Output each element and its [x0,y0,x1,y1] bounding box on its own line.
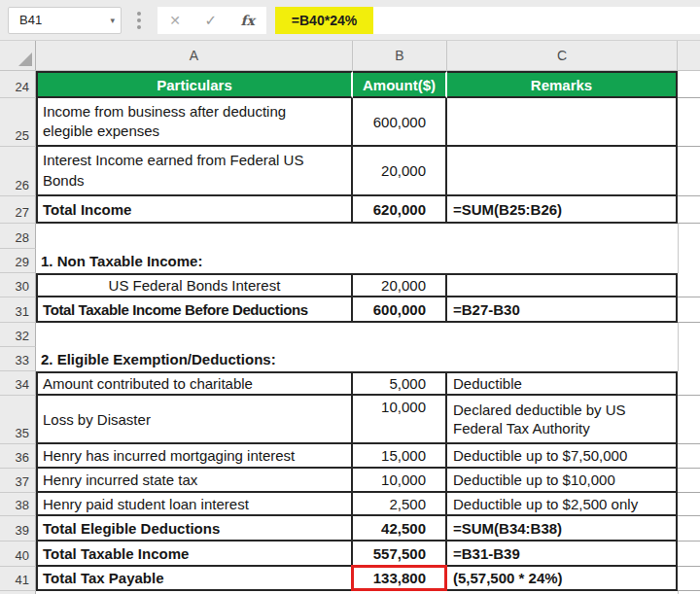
cell-c35[interactable]: Declared deductible by US Federal Tax Au… [447,396,678,444]
cell-b31[interactable]: 600,000 [353,297,447,323]
cell-c25[interactable] [447,98,678,147]
table-row: 39 Total Elegible Deductions 42,500 =SUM… [0,516,700,542]
cell-b37[interactable]: 10,000 [353,469,447,493]
cell-b38[interactable]: 2,500 [353,493,447,516]
cell-a40[interactable]: Total Taxable Income [36,542,353,567]
column-header-d-partial[interactable] [678,41,700,70]
cell-a36[interactable]: Henry has incurred mortgaging interest [36,444,353,469]
cell-a38[interactable]: Henry paid student loan interest [36,493,353,516]
cell-d39[interactable] [678,516,700,542]
cell-a35[interactable]: Loss by Disaster [36,396,353,444]
cell-c28[interactable] [447,224,678,249]
cell-d26[interactable] [678,147,700,196]
cell-d41[interactable] [678,567,700,591]
cell-b27[interactable]: 620,000 [353,196,447,224]
cell-a24[interactable]: Particulars [36,71,353,98]
cell-a32[interactable] [36,323,353,347]
row-header-31[interactable]: 31 [0,297,36,323]
chevron-down-icon[interactable]: ▾ [110,16,115,25]
row-header-26[interactable]: 26 [0,147,36,196]
cell-c38[interactable]: Deductible up to $2,500 only [447,493,678,516]
cell-d24[interactable] [678,71,700,98]
name-box[interactable]: B41 ▾ [8,7,122,34]
row-header-29[interactable]: 29 [0,249,36,273]
cell-b32[interactable] [353,323,447,347]
cell-b36[interactable]: 15,000 [353,444,447,469]
row-header-30[interactable]: 30 [0,273,36,297]
cell-c41[interactable]: (5,57,500 * 24%) [447,567,678,591]
cell-c37[interactable]: Deductible up to $10,000 [447,469,678,493]
cell-b26[interactable]: 20,000 [353,147,447,196]
formula-bar: B41 ▾ ✕ ✓ fx =B40*24% [0,0,700,41]
cell-c31[interactable]: =B27-B30 [447,297,678,323]
cell-b41[interactable]: 133,800 [353,567,447,591]
cell-a29[interactable]: 1. Non Taxable Income: [36,249,678,273]
row-header-34[interactable]: 34 [0,371,36,396]
cell-d28[interactable] [678,224,700,249]
row-header-37[interactable]: 37 [0,469,36,493]
column-header-c[interactable]: C [447,41,678,70]
cell-d30[interactable] [678,273,700,297]
cell-a28[interactable] [36,224,353,249]
cell-b28[interactable] [353,224,447,249]
cell-c32[interactable] [447,323,678,347]
cell-b24[interactable]: Amount($) [353,71,447,98]
cell-c36[interactable]: Deductible up to $7,50,000 [447,444,678,469]
row-header-40[interactable]: 40 [0,542,36,567]
cell-c27[interactable]: =SUM(B25:B26) [447,196,678,224]
cell-c24[interactable]: Remarks [447,71,678,98]
cell-a27[interactable]: Total Income [36,196,353,224]
table-row: 29 1. Non Taxable Income: [0,249,700,273]
column-header-a[interactable]: A [36,41,353,70]
cell-b39[interactable]: 42,500 [353,516,447,542]
cell-a33[interactable]: 2. Eligible Exemption/Deductions: [36,347,678,371]
cell-b25[interactable]: 600,000 [353,98,447,147]
cell-d25[interactable] [678,98,700,147]
enter-icon[interactable]: ✓ [204,12,217,29]
cell-d29[interactable] [678,249,700,273]
insert-function-icon[interactable]: fx [240,13,254,28]
row-header-32[interactable]: 32 [0,323,36,347]
cell-a34[interactable]: Amount contributed to charitable [36,371,353,396]
row-header-41[interactable]: 41 [0,567,36,591]
cell-c26[interactable] [447,147,678,196]
cell-b35[interactable]: 10,000 [353,396,447,444]
cell-d32[interactable] [678,323,700,347]
cell-a26[interactable]: Interest Income earned from Federal US B… [36,147,353,196]
column-header-b[interactable]: B [353,41,447,70]
cell-d31[interactable] [678,297,700,323]
cancel-icon[interactable]: ✕ [169,13,181,28]
cell-a41[interactable]: Total Tax Payable [36,567,353,591]
cell-a39[interactable]: Total Elegible Deductions [36,516,353,542]
cell-c40[interactable]: =B31-B39 [447,542,678,567]
row-header-27[interactable]: 27 [0,196,36,224]
cell-d36[interactable] [678,444,700,469]
row-header-35[interactable]: 35 [0,396,36,444]
cell-b30[interactable]: 20,000 [353,273,447,297]
cell-a37[interactable]: Henry incurred state tax [36,469,353,493]
row-header-25[interactable]: 25 [0,98,36,147]
cell-d37[interactable] [678,469,700,493]
cell-d35[interactable] [678,396,700,444]
cell-b34[interactable]: 5,000 [353,371,447,396]
cell-d33[interactable] [678,347,700,371]
select-all-corner[interactable] [0,41,36,70]
row-header-36[interactable]: 36 [0,444,36,469]
formula-input[interactable]: =B40*24% [275,7,700,34]
cell-b40[interactable]: 557,500 [353,542,447,567]
cell-a25[interactable]: Income from business after deducting ele… [36,98,353,147]
cell-a30[interactable]: US Federal Bonds Interest [36,273,353,297]
cell-d40[interactable] [678,542,700,567]
row-header-28[interactable]: 28 [0,224,36,249]
cell-d34[interactable] [678,371,700,396]
cell-c34[interactable]: Deductible [447,371,678,396]
row-header-38[interactable]: 38 [0,493,36,516]
cell-d38[interactable] [678,493,700,516]
row-header-33[interactable]: 33 [0,347,36,371]
row-header-39[interactable]: 39 [0,516,36,542]
cell-c39[interactable]: =SUM(B34:B38) [447,516,678,542]
cell-c30[interactable] [447,273,678,297]
cell-d27[interactable] [678,196,700,224]
cell-a31[interactable]: Total Taxable Income Before Deductions [36,297,353,323]
row-header-24[interactable]: 24 [0,71,36,98]
